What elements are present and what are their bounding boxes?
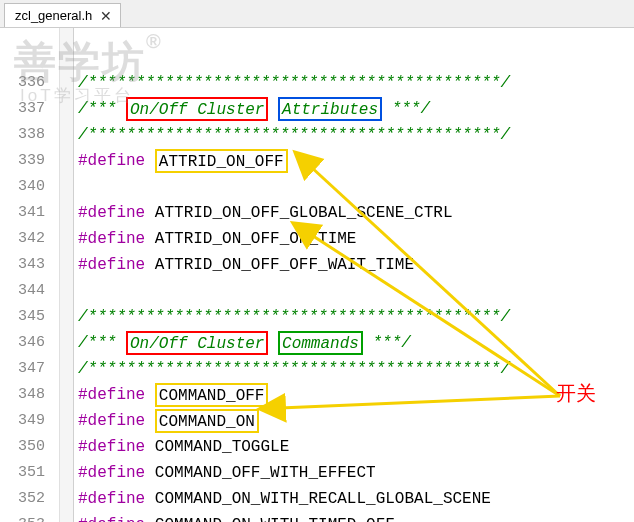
editor: 336 337 338 339 340 341 342 343 344 345 … xyxy=(0,28,634,522)
highlight-box-yellow: COMMAND_OFF xyxy=(155,383,269,407)
code-line: /***************************************… xyxy=(74,356,634,382)
code-line: #define COMMAND_OFF xyxy=(74,382,634,408)
line-number: 341 xyxy=(0,200,59,226)
tab-bar: zcl_general.h ✕ xyxy=(0,0,634,28)
code-line: /***************************************… xyxy=(74,304,634,330)
code-line: #define COMMAND_ON_WITH_RECALL_GLOBAL_SC… xyxy=(74,486,634,512)
code-line: /*** On/Off Cluster Commands ***/ xyxy=(74,330,634,356)
code-line: /*** On/Off Cluster Attributes ***/ xyxy=(74,96,634,122)
line-number: 353 xyxy=(0,512,59,522)
code-line: #define ATTRID_ON_OFF xyxy=(74,148,634,174)
code-line: #define COMMAND_TOGGLE xyxy=(74,434,634,460)
code-area[interactable]: /***************************************… xyxy=(74,28,634,522)
line-number: 348 xyxy=(0,382,59,408)
code-line: #define ATTRID_ON_OFF_GLOBAL_SCENE_CTRL xyxy=(74,200,634,226)
line-number: 339 xyxy=(0,148,59,174)
line-number: 346 xyxy=(0,330,59,356)
code-line xyxy=(74,278,634,304)
tab-filename: zcl_general.h xyxy=(15,8,92,23)
line-number: 336 xyxy=(0,70,59,96)
code-line: /***************************************… xyxy=(74,70,634,96)
close-icon[interactable]: ✕ xyxy=(100,9,112,23)
line-number: 345 xyxy=(0,304,59,330)
code-line: #define ATTRID_ON_OFF_OFF_WAIT_TIME xyxy=(74,252,634,278)
code-line: /***************************************… xyxy=(74,122,634,148)
line-number: 351 xyxy=(0,460,59,486)
line-number: 352 xyxy=(0,486,59,512)
highlight-box-green: Commands xyxy=(278,331,363,355)
highlight-box-red: On/Off Cluster xyxy=(126,331,268,355)
highlight-box-yellow: ATTRID_ON_OFF xyxy=(155,149,288,173)
line-number-gutter: 336 337 338 339 340 341 342 343 344 345 … xyxy=(0,28,60,522)
code-line xyxy=(74,174,634,200)
line-number: 349 xyxy=(0,408,59,434)
line-number: 340 xyxy=(0,174,59,200)
line-number: 344 xyxy=(0,278,59,304)
fold-margin xyxy=(60,28,74,522)
line-number: 347 xyxy=(0,356,59,382)
highlight-box-blue: Attributes xyxy=(278,97,382,121)
highlight-box-red: On/Off Cluster xyxy=(126,97,268,121)
line-number: 350 xyxy=(0,434,59,460)
line-number: 342 xyxy=(0,226,59,252)
code-line: #define COMMAND_ON_WITH_TIMED_OFF xyxy=(74,512,634,522)
highlight-box-yellow: COMMAND_ON xyxy=(155,409,259,433)
line-number: 343 xyxy=(0,252,59,278)
line-number: 338 xyxy=(0,122,59,148)
code-line: #define COMMAND_OFF_WITH_EFFECT xyxy=(74,460,634,486)
file-tab[interactable]: zcl_general.h ✕ xyxy=(4,3,121,27)
line-number: 337 xyxy=(0,96,59,122)
code-line: #define ATTRID_ON_OFF_ON_TIME xyxy=(74,226,634,252)
code-line: #define COMMAND_ON xyxy=(74,408,634,434)
